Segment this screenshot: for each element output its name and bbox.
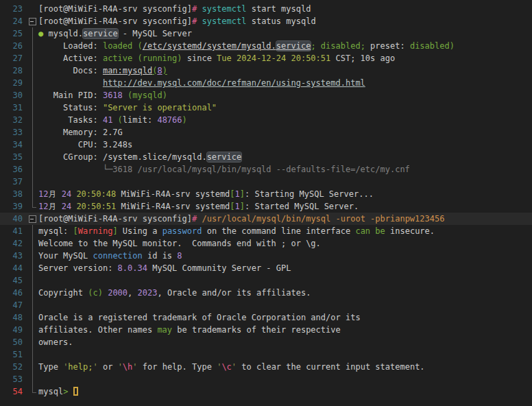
line-number[interactable]: 38 xyxy=(0,188,27,200)
text-segment: (c) xyxy=(88,288,103,298)
text-segment: ' xyxy=(118,362,123,372)
line-number[interactable]: 26 xyxy=(0,40,27,52)
text-segment: CGroup: /system.slice/mysqld. xyxy=(38,152,207,162)
text-segment: disabled) xyxy=(410,41,455,51)
line-number[interactable]: 42 xyxy=(0,237,27,250)
fold-guide xyxy=(27,299,38,311)
fold-guide xyxy=(27,348,38,361)
text-segment: , Oracle and/or its affiliates. xyxy=(157,288,311,298)
text-segment: preset: xyxy=(365,41,410,51)
line-number[interactable]: 48 xyxy=(0,311,27,324)
text-segment: Welcome to the MySQL monitor. Commands e… xyxy=(38,239,321,248)
line-number[interactable]: 34 xyxy=(0,139,27,151)
fold-guide xyxy=(27,27,38,40)
text-segment: (mysqld) xyxy=(128,91,167,100)
text-segment: [root@MiWiFi-R4A-srv sysconfig] xyxy=(38,4,192,14)
line-number[interactable]: 46 xyxy=(0,287,27,299)
fold-guide xyxy=(27,274,38,287)
text-segment: [root@MiWiFi-R4A-srv sysconfig] xyxy=(38,214,192,224)
fold-guide xyxy=(27,250,38,262)
text-segment: 41 xyxy=(103,115,112,125)
line-number[interactable]: 53 xyxy=(0,373,27,385)
line-number[interactable]: 33 xyxy=(0,126,27,139)
fold-guide xyxy=(27,40,38,52)
text-segment: Main PID: xyxy=(38,91,103,100)
line-text: http://dev.mysql.com/doc/refman/en/using… xyxy=(38,77,532,89)
line-number[interactable]: 39 xyxy=(0,200,27,213)
line-text: [root@MiWiFi-R4A-srv sysconfig]# systemc… xyxy=(38,15,532,27)
text-segment: ( xyxy=(138,41,143,51)
text-segment: Your MySQL xyxy=(38,251,93,261)
text-segment: ; xyxy=(361,41,365,51)
text-segment: status mysqld xyxy=(246,16,315,26)
terminal-line-49: 49affiliates. Other names may be tradema… xyxy=(0,324,532,336)
fold-guide xyxy=(27,188,38,200)
terminal-line-51: 51 xyxy=(0,348,532,361)
text-segment: Active: xyxy=(38,53,103,63)
text-segment: http://dev.mysql.com/doc/refman/en/using… xyxy=(103,78,365,88)
line-number[interactable]: 52 xyxy=(0,361,27,373)
terminal-line-30: 30 Main PID: 3618 (mysqld) xyxy=(0,89,532,102)
line-number[interactable]: 29 xyxy=(0,77,27,89)
terminal-line-34: 34 CPU: 3.248s xyxy=(0,139,532,151)
text-segment: to clear the current input statement. xyxy=(237,362,425,372)
fold-guide xyxy=(27,373,38,385)
fold-toggle-icon[interactable] xyxy=(27,15,38,27)
text-segment: [ xyxy=(230,202,234,211)
fold-toggle-icon[interactable] xyxy=(27,213,38,225)
line-number[interactable]: 28 xyxy=(0,64,27,77)
text-segment: CPU: 3.248s xyxy=(38,140,132,150)
line-text: Tasks: 41 (limit: 48766) xyxy=(38,114,532,126)
text-segment: Server version: xyxy=(38,263,118,273)
line-number[interactable]: 32 xyxy=(0,114,27,126)
line-number[interactable]: 44 xyxy=(0,262,27,274)
text-segment: 8 xyxy=(177,251,182,261)
line-number[interactable]: 43 xyxy=(0,250,27,262)
line-number[interactable]: 25 xyxy=(0,27,27,40)
line-text: Memory: 2.7G xyxy=(38,126,532,139)
line-number[interactable]: 35 xyxy=(0,151,27,163)
text-segment: service xyxy=(83,29,118,38)
line-number[interactable]: 54 xyxy=(0,385,27,398)
line-number[interactable]: 40 xyxy=(0,213,27,225)
line-number[interactable]: 24 xyxy=(0,15,27,27)
line-number[interactable]: 45 xyxy=(0,274,27,287)
terminal-line-39: 3912月 24 20:50:51 MiWiFi-R4A-srv systemd… xyxy=(0,200,532,213)
line-number[interactable]: 41 xyxy=(0,225,27,237)
line-number[interactable]: 50 xyxy=(0,336,27,348)
line-text xyxy=(38,299,532,311)
terminal-line-52: 52Type 'help;' or '\h' for help. Type '\… xyxy=(0,361,532,373)
line-number[interactable]: 37 xyxy=(0,176,27,188)
text-segment: mysql xyxy=(38,387,63,396)
line-number[interactable]: 23 xyxy=(0,3,27,15)
terminal-line-35: 35 CGroup: /system.slice/mysqld.service xyxy=(0,151,532,163)
terminal-line-23: 23[root@MiWiFi-R4A-srv sysconfig]# syste… xyxy=(0,3,532,15)
terminal-editor: 23[root@MiWiFi-R4A-srv sysconfig]# syste… xyxy=(0,0,532,406)
text-segment: Warning xyxy=(78,226,113,236)
text-segment: disabled xyxy=(316,41,361,51)
text-segment: Docs: xyxy=(38,66,103,75)
line-number[interactable]: 49 xyxy=(0,324,27,336)
line-number[interactable]: 31 xyxy=(0,102,27,114)
terminal-line-43: 43Your MySQL connection id is 8 xyxy=(0,250,532,262)
fold-guide xyxy=(27,361,38,373)
terminal-line-38: 3812月 24 20:50:48 MiWiFi-R4A-srv systemd… xyxy=(0,188,532,200)
line-number[interactable]: 27 xyxy=(0,52,27,64)
terminal-line-48: 48Oracle is a registered trademark of Or… xyxy=(0,311,532,324)
terminal-line-26: 26 Loaded: loaded (/etc/systemd/system/m… xyxy=(0,40,532,52)
line-text: Oracle is a registered trademark of Orac… xyxy=(38,311,532,324)
line-number[interactable]: 36 xyxy=(0,163,27,176)
text-segment: systemctl xyxy=(202,4,246,14)
line-number[interactable]: 47 xyxy=(0,299,27,311)
line-number[interactable]: 30 xyxy=(0,89,27,102)
line-text: 12月 24 20:50:51 MiWiFi-R4A-srv systemd[1… xyxy=(38,200,532,213)
fold-guide xyxy=(27,324,38,336)
fold-column xyxy=(27,3,38,15)
text-segment: Memory: 2.7G xyxy=(38,128,123,137)
text-segment: 2000 xyxy=(108,288,128,298)
text-segment xyxy=(38,78,103,88)
line-number[interactable]: 51 xyxy=(0,348,27,361)
text-segment xyxy=(112,115,117,125)
text-segment: password xyxy=(162,226,202,236)
terminal-line-46: 46Copyright (c) 2000, 2023, Oracle and/o… xyxy=(0,287,532,299)
